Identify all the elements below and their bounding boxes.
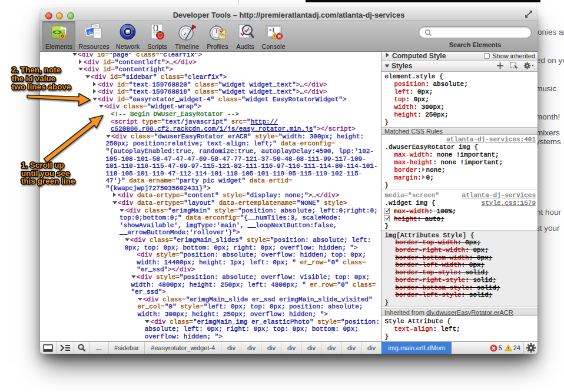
svg-text:{}: {} — [152, 25, 159, 31]
svg-text:>: > — [268, 28, 271, 34]
svg-text:%: % — [220, 32, 224, 38]
